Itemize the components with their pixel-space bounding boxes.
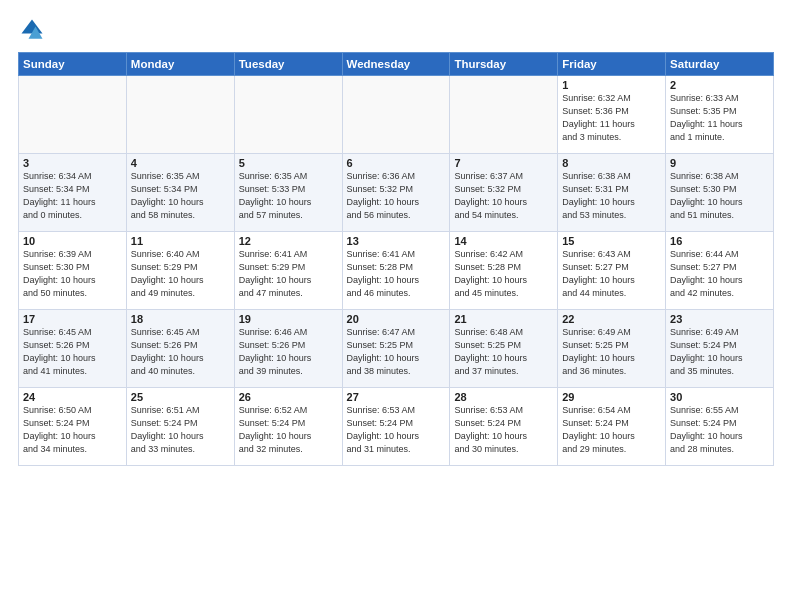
day-number: 18 — [131, 313, 230, 325]
day-number: 10 — [23, 235, 122, 247]
day-info: Sunrise: 6:43 AM Sunset: 5:27 PM Dayligh… — [562, 248, 661, 300]
day-number: 20 — [347, 313, 446, 325]
day-number: 15 — [562, 235, 661, 247]
day-number: 29 — [562, 391, 661, 403]
day-cell: 25Sunrise: 6:51 AM Sunset: 5:24 PM Dayli… — [126, 388, 234, 466]
day-info: Sunrise: 6:38 AM Sunset: 5:31 PM Dayligh… — [562, 170, 661, 222]
day-number: 19 — [239, 313, 338, 325]
week-row-5: 24Sunrise: 6:50 AM Sunset: 5:24 PM Dayli… — [19, 388, 774, 466]
day-info: Sunrise: 6:49 AM Sunset: 5:25 PM Dayligh… — [562, 326, 661, 378]
day-number: 8 — [562, 157, 661, 169]
day-number: 12 — [239, 235, 338, 247]
day-info: Sunrise: 6:54 AM Sunset: 5:24 PM Dayligh… — [562, 404, 661, 456]
day-info: Sunrise: 6:36 AM Sunset: 5:32 PM Dayligh… — [347, 170, 446, 222]
day-number: 5 — [239, 157, 338, 169]
day-info: Sunrise: 6:35 AM Sunset: 5:33 PM Dayligh… — [239, 170, 338, 222]
day-info: Sunrise: 6:44 AM Sunset: 5:27 PM Dayligh… — [670, 248, 769, 300]
day-cell: 4Sunrise: 6:35 AM Sunset: 5:34 PM Daylig… — [126, 154, 234, 232]
day-cell: 9Sunrise: 6:38 AM Sunset: 5:30 PM Daylig… — [666, 154, 774, 232]
day-number: 17 — [23, 313, 122, 325]
day-cell: 18Sunrise: 6:45 AM Sunset: 5:26 PM Dayli… — [126, 310, 234, 388]
day-cell: 11Sunrise: 6:40 AM Sunset: 5:29 PM Dayli… — [126, 232, 234, 310]
day-cell: 1Sunrise: 6:32 AM Sunset: 5:36 PM Daylig… — [558, 76, 666, 154]
day-info: Sunrise: 6:32 AM Sunset: 5:36 PM Dayligh… — [562, 92, 661, 144]
day-info: Sunrise: 6:40 AM Sunset: 5:29 PM Dayligh… — [131, 248, 230, 300]
day-number: 11 — [131, 235, 230, 247]
day-cell — [342, 76, 450, 154]
day-number: 28 — [454, 391, 553, 403]
day-cell: 29Sunrise: 6:54 AM Sunset: 5:24 PM Dayli… — [558, 388, 666, 466]
week-row-3: 10Sunrise: 6:39 AM Sunset: 5:30 PM Dayli… — [19, 232, 774, 310]
day-cell: 3Sunrise: 6:34 AM Sunset: 5:34 PM Daylig… — [19, 154, 127, 232]
day-number: 16 — [670, 235, 769, 247]
day-cell: 2Sunrise: 6:33 AM Sunset: 5:35 PM Daylig… — [666, 76, 774, 154]
day-info: Sunrise: 6:50 AM Sunset: 5:24 PM Dayligh… — [23, 404, 122, 456]
day-info: Sunrise: 6:45 AM Sunset: 5:26 PM Dayligh… — [131, 326, 230, 378]
weekday-header-monday: Monday — [126, 53, 234, 76]
day-number: 27 — [347, 391, 446, 403]
day-cell: 14Sunrise: 6:42 AM Sunset: 5:28 PM Dayli… — [450, 232, 558, 310]
day-info: Sunrise: 6:55 AM Sunset: 5:24 PM Dayligh… — [670, 404, 769, 456]
day-info: Sunrise: 6:46 AM Sunset: 5:26 PM Dayligh… — [239, 326, 338, 378]
day-cell — [234, 76, 342, 154]
day-number: 9 — [670, 157, 769, 169]
day-cell — [450, 76, 558, 154]
day-info: Sunrise: 6:48 AM Sunset: 5:25 PM Dayligh… — [454, 326, 553, 378]
day-info: Sunrise: 6:52 AM Sunset: 5:24 PM Dayligh… — [239, 404, 338, 456]
week-row-2: 3Sunrise: 6:34 AM Sunset: 5:34 PM Daylig… — [19, 154, 774, 232]
day-cell: 13Sunrise: 6:41 AM Sunset: 5:28 PM Dayli… — [342, 232, 450, 310]
week-row-4: 17Sunrise: 6:45 AM Sunset: 5:26 PM Dayli… — [19, 310, 774, 388]
day-cell: 24Sunrise: 6:50 AM Sunset: 5:24 PM Dayli… — [19, 388, 127, 466]
day-cell — [126, 76, 234, 154]
day-cell: 26Sunrise: 6:52 AM Sunset: 5:24 PM Dayli… — [234, 388, 342, 466]
day-info: Sunrise: 6:45 AM Sunset: 5:26 PM Dayligh… — [23, 326, 122, 378]
day-cell: 27Sunrise: 6:53 AM Sunset: 5:24 PM Dayli… — [342, 388, 450, 466]
header — [18, 16, 774, 44]
day-cell: 12Sunrise: 6:41 AM Sunset: 5:29 PM Dayli… — [234, 232, 342, 310]
day-info: Sunrise: 6:37 AM Sunset: 5:32 PM Dayligh… — [454, 170, 553, 222]
day-info: Sunrise: 6:47 AM Sunset: 5:25 PM Dayligh… — [347, 326, 446, 378]
day-info: Sunrise: 6:34 AM Sunset: 5:34 PM Dayligh… — [23, 170, 122, 222]
page: SundayMondayTuesdayWednesdayThursdayFrid… — [0, 0, 792, 612]
day-number: 13 — [347, 235, 446, 247]
day-number: 6 — [347, 157, 446, 169]
logo-icon — [18, 16, 46, 44]
day-number: 30 — [670, 391, 769, 403]
day-cell: 21Sunrise: 6:48 AM Sunset: 5:25 PM Dayli… — [450, 310, 558, 388]
weekday-header-friday: Friday — [558, 53, 666, 76]
day-info: Sunrise: 6:51 AM Sunset: 5:24 PM Dayligh… — [131, 404, 230, 456]
day-info: Sunrise: 6:41 AM Sunset: 5:29 PM Dayligh… — [239, 248, 338, 300]
day-info: Sunrise: 6:53 AM Sunset: 5:24 PM Dayligh… — [454, 404, 553, 456]
weekday-header-thursday: Thursday — [450, 53, 558, 76]
calendar-body: 1Sunrise: 6:32 AM Sunset: 5:36 PM Daylig… — [19, 76, 774, 466]
day-number: 2 — [670, 79, 769, 91]
day-cell: 17Sunrise: 6:45 AM Sunset: 5:26 PM Dayli… — [19, 310, 127, 388]
day-cell: 22Sunrise: 6:49 AM Sunset: 5:25 PM Dayli… — [558, 310, 666, 388]
day-info: Sunrise: 6:39 AM Sunset: 5:30 PM Dayligh… — [23, 248, 122, 300]
day-info: Sunrise: 6:42 AM Sunset: 5:28 PM Dayligh… — [454, 248, 553, 300]
week-row-1: 1Sunrise: 6:32 AM Sunset: 5:36 PM Daylig… — [19, 76, 774, 154]
day-cell — [19, 76, 127, 154]
calendar: SundayMondayTuesdayWednesdayThursdayFrid… — [18, 52, 774, 466]
day-number: 14 — [454, 235, 553, 247]
svg-marker-0 — [22, 20, 43, 34]
day-number: 23 — [670, 313, 769, 325]
day-info: Sunrise: 6:49 AM Sunset: 5:24 PM Dayligh… — [670, 326, 769, 378]
day-cell: 30Sunrise: 6:55 AM Sunset: 5:24 PM Dayli… — [666, 388, 774, 466]
day-cell: 6Sunrise: 6:36 AM Sunset: 5:32 PM Daylig… — [342, 154, 450, 232]
day-cell: 15Sunrise: 6:43 AM Sunset: 5:27 PM Dayli… — [558, 232, 666, 310]
day-number: 22 — [562, 313, 661, 325]
day-cell: 5Sunrise: 6:35 AM Sunset: 5:33 PM Daylig… — [234, 154, 342, 232]
day-cell: 23Sunrise: 6:49 AM Sunset: 5:24 PM Dayli… — [666, 310, 774, 388]
day-cell: 7Sunrise: 6:37 AM Sunset: 5:32 PM Daylig… — [450, 154, 558, 232]
weekday-header-tuesday: Tuesday — [234, 53, 342, 76]
weekday-header-wednesday: Wednesday — [342, 53, 450, 76]
day-number: 1 — [562, 79, 661, 91]
day-info: Sunrise: 6:53 AM Sunset: 5:24 PM Dayligh… — [347, 404, 446, 456]
day-info: Sunrise: 6:38 AM Sunset: 5:30 PM Dayligh… — [670, 170, 769, 222]
day-cell: 16Sunrise: 6:44 AM Sunset: 5:27 PM Dayli… — [666, 232, 774, 310]
day-number: 21 — [454, 313, 553, 325]
day-info: Sunrise: 6:41 AM Sunset: 5:28 PM Dayligh… — [347, 248, 446, 300]
day-number: 4 — [131, 157, 230, 169]
logo — [18, 16, 48, 44]
